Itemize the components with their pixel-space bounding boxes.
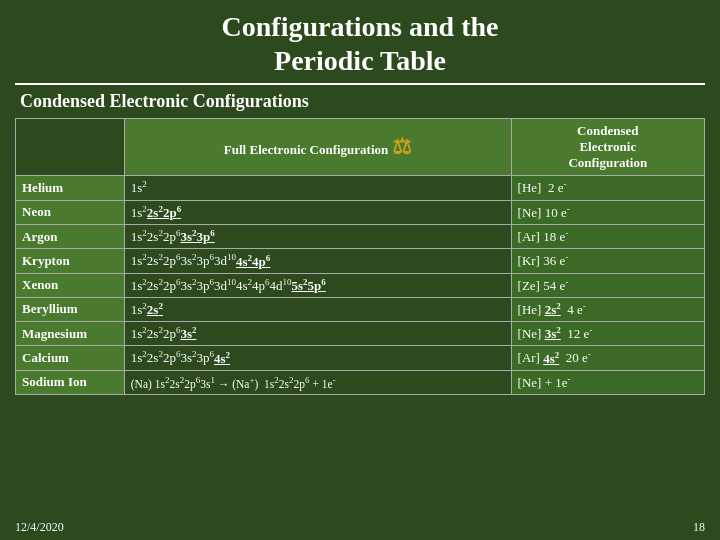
footer: 12/4/2020 18 (15, 520, 705, 535)
element-name: Argon (16, 224, 125, 248)
element-name: Helium (16, 176, 125, 200)
full-config: 1s22s22p6 (124, 200, 511, 224)
col-header-full: Full Electronic Configuration ⚖ (124, 119, 511, 176)
subtitle: Condensed Electronic Configurations (15, 91, 705, 112)
table-row: Magnesium 1s22s22p63s2 [Ne] 3s2 12 e- (16, 322, 705, 346)
condensed-config: [Ar] 18 e- (511, 224, 704, 248)
table-row: Sodium Ion (Na) 1s22s22p63s1 → (Na+) 1s2… (16, 370, 705, 394)
table-row: Neon 1s22s22p6 [Ne] 10 e- (16, 200, 705, 224)
full-config: 1s22s22p63s23p63d104s24p64d105s25p6 (124, 273, 511, 297)
table-row: Krypton 1s22s22p63s23p63d104s24p6 [Kr] 3… (16, 249, 705, 273)
full-config: (Na) 1s22s22p63s1 → (Na+) 1s22s22p6 + 1e… (124, 370, 511, 394)
full-config-header: Full Electronic Configuration (224, 142, 388, 157)
footer-page: 18 (693, 520, 705, 535)
element-name: Magnesium (16, 322, 125, 346)
footer-date: 12/4/2020 (15, 520, 64, 535)
title-line2: Periodic Table (274, 45, 446, 76)
full-config: 1s22s22p63s23p6 (124, 224, 511, 248)
condensed-line2: Electronic (579, 139, 636, 154)
full-config: 1s22s22p63s23p63d104s24p6 (124, 249, 511, 273)
element-name: Xenon (16, 273, 125, 297)
condensed-config: [Ne] + 1e- (511, 370, 704, 394)
condensed-line1: Condensed (577, 123, 638, 138)
element-name: Neon (16, 200, 125, 224)
condensed-config: [He] 2s2 4 e- (511, 297, 704, 321)
scales-icon: ⚖ (392, 134, 412, 159)
element-name: Sodium Ion (16, 370, 125, 394)
condensed-config: [He] 2 e- (511, 176, 704, 200)
element-name: Calcium (16, 346, 125, 370)
table-row: Helium 1s2 [He] 2 e- (16, 176, 705, 200)
table-row: Calcium 1s22s22p63s23p64s2 [Ar] 4s2 20 e… (16, 346, 705, 370)
table-row: Argon 1s22s22p63s23p6 [Ar] 18 e- (16, 224, 705, 248)
condensed-config: [Kr] 36 e- (511, 249, 704, 273)
full-config: 1s2 (124, 176, 511, 200)
full-config: 1s22s2 (124, 297, 511, 321)
col-header-condensed: Condensed Electronic Configuration (511, 119, 704, 176)
condensed-config: [Ze] 54 e- (511, 273, 704, 297)
col-header-element (16, 119, 125, 176)
condensed-config: [Ne] 3s2 12 e- (511, 322, 704, 346)
condensed-config: [Ne] 10 e- (511, 200, 704, 224)
configurations-table: Full Electronic Configuration ⚖ Condense… (15, 118, 705, 395)
main-title: Configurations and the Periodic Table (15, 10, 705, 77)
table-row: Beryllium 1s22s2 [He] 2s2 4 e- (16, 297, 705, 321)
table-row: Xenon 1s22s22p63s23p63d104s24p64d105s25p… (16, 273, 705, 297)
table-container: Full Electronic Configuration ⚖ Condense… (15, 118, 705, 516)
page-container: Configurations and the Periodic Table Co… (0, 0, 720, 540)
condensed-line3: Configuration (568, 155, 647, 170)
element-name: Beryllium (16, 297, 125, 321)
title-line1: Configurations and the (222, 11, 499, 42)
title-divider (15, 83, 705, 85)
element-name: Krypton (16, 249, 125, 273)
condensed-config: [Ar] 4s2 20 e- (511, 346, 704, 370)
table-header-row: Full Electronic Configuration ⚖ Condense… (16, 119, 705, 176)
full-config: 1s22s22p63s2 (124, 322, 511, 346)
full-config: 1s22s22p63s23p64s2 (124, 346, 511, 370)
